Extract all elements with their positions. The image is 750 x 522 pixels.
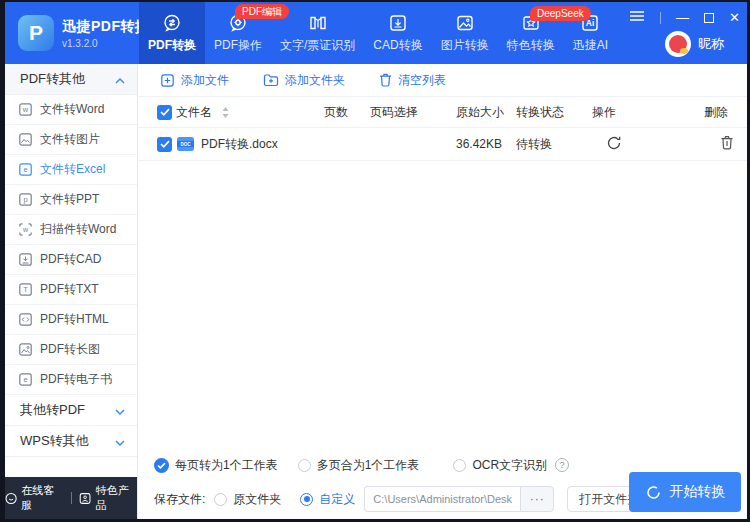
featured-products-link[interactable]: 特色产品 (79, 483, 137, 513)
html-doc-icon (18, 312, 33, 327)
tab-label: CAD转换 (373, 37, 422, 54)
sidebar: PDF转其他 w 文件转Word 文件转图片 e 文件转Excel p 文件转P… (5, 64, 138, 519)
ppt-doc-icon: p (18, 192, 33, 207)
main-panel: 添加文件 添加文件夹 清空列表 文件名 页数 (138, 64, 747, 519)
tab-label: 特色转换 (507, 37, 555, 54)
sidebar-item-pdf-to-txt[interactable]: T PDF转TXT (5, 275, 137, 305)
avatar[interactable] (665, 31, 691, 57)
radio-icon (214, 493, 227, 506)
radio-icon (298, 459, 311, 472)
radio-icon (453, 459, 466, 472)
app-window: P 迅捷PDF转换器 v1.3.2.0 PDF转换 PDF操作 文字/票证识别 … (5, 2, 747, 519)
svg-text:w: w (22, 105, 29, 114)
col-convert-status: 转换状态 (516, 104, 592, 121)
pdf-convert-icon (162, 13, 182, 33)
row-checkbox[interactable] (157, 137, 172, 152)
scan-word-icon: w (18, 222, 33, 237)
tab-label: PDF转换 (148, 37, 196, 54)
col-original-size: 原始大小 (456, 104, 516, 121)
col-filename: 文件名 (176, 104, 212, 121)
sidebar-item-file-to-ppt[interactable]: p 文件转PPT (5, 185, 137, 215)
sidebar-item-pdf-to-ebook[interactable]: e PDF转电子书 (5, 365, 137, 395)
image-convert-icon (455, 13, 475, 33)
cad-doc-icon (18, 252, 33, 267)
maximize-button[interactable] (704, 13, 714, 23)
sidebar-footer: 在线客服 特色产品 (5, 477, 137, 519)
delete-row-icon[interactable] (720, 135, 734, 150)
chevron-up-icon (115, 72, 125, 87)
file-list-empty-area (138, 161, 747, 451)
tab-label: 文字/票证识别 (280, 37, 355, 54)
sidebar-item-file-to-excel[interactable]: e 文件转Excel (5, 155, 137, 185)
add-file-button[interactable]: 添加文件 (160, 72, 229, 89)
online-service-link[interactable]: 在线客服 (5, 483, 63, 513)
add-folder-button[interactable]: 添加文件夹 (263, 72, 345, 89)
window-controls: — ✕ (629, 10, 740, 25)
top-bar: P 迅捷PDF转换器 v1.3.2.0 PDF转换 PDF操作 文字/票证识别 … (5, 2, 747, 64)
user-area[interactable]: 昵称 (665, 31, 724, 57)
deepseek-badge: DeepSeek (530, 6, 591, 21)
tab-label: PDF操作 (214, 37, 262, 54)
controls-divider (660, 12, 661, 24)
option-original-folder[interactable]: 原文件夹 (214, 491, 281, 508)
select-all-checkbox[interactable] (157, 105, 172, 120)
svg-text:w: w (22, 226, 29, 233)
tab-label: 图片转换 (441, 37, 489, 54)
logo-icon: P (18, 15, 54, 51)
svg-text:e: e (23, 375, 27, 384)
doc-file-icon: DOC (176, 136, 195, 152)
sidebar-item-file-to-word[interactable]: w 文件转Word (5, 95, 137, 125)
browse-button[interactable]: ··· (520, 486, 554, 512)
minimize-button[interactable]: — (676, 11, 689, 25)
col-pages: 页数 (324, 104, 370, 121)
sidebar-group-other-to-pdf[interactable]: 其他转PDF (5, 395, 137, 426)
sidebar-group-wps-to-other[interactable]: WPS转其他 (5, 426, 137, 457)
word-doc-icon: w (18, 102, 33, 117)
close-button[interactable]: ✕ (729, 11, 740, 25)
clear-list-button[interactable]: 清空列表 (379, 72, 446, 89)
svg-text:e: e (23, 165, 27, 174)
file-status: 待转换 (516, 136, 592, 153)
radio-checked-icon (154, 458, 169, 473)
convert-spinner-icon (645, 484, 662, 501)
save-label: 保存文件: (154, 491, 205, 508)
sidebar-item-scan-to-word[interactable]: w 扫描件转Word (5, 215, 137, 245)
menu-icon[interactable] (629, 10, 645, 25)
svg-text:DOC: DOC (180, 142, 191, 147)
ebook-doc-icon: e (18, 372, 33, 387)
sidebar-item-pdf-to-html[interactable]: PDF转HTML (5, 305, 137, 335)
add-file-icon (160, 73, 175, 88)
tab-label: 迅捷AI (573, 37, 608, 54)
convert-refresh-icon[interactable] (606, 135, 622, 151)
sidebar-item-pdf-to-cad[interactable]: PDF转CAD (5, 245, 137, 275)
option-merge-sheet[interactable]: 多页合为1个工作表 (298, 457, 420, 474)
sidebar-group-pdf-to-other[interactable]: PDF转其他 (5, 64, 137, 95)
image-doc-icon (18, 132, 33, 147)
excel-doc-icon: e (18, 162, 33, 177)
tab-cad-convert[interactable]: CAD转换 (364, 2, 431, 64)
start-convert-button[interactable]: 开始转换 (629, 472, 741, 512)
option-custom-folder[interactable]: 自定义 (300, 491, 355, 508)
ocr-help-icon[interactable]: ? (555, 458, 569, 472)
products-icon (79, 492, 91, 505)
chevron-down-icon (115, 434, 125, 449)
sidebar-item-pdf-to-long-image[interactable]: PDF转长图 (5, 335, 137, 365)
option-ocr[interactable]: OCR文字识别 (453, 457, 547, 474)
pdf-edit-badge: PDF编辑 (235, 4, 289, 19)
clear-list-icon (379, 73, 392, 87)
svg-text:p: p (23, 195, 27, 204)
sidebar-item-file-to-image[interactable]: 文件转图片 (5, 125, 137, 155)
long-image-icon (18, 342, 33, 357)
ocr-scan-icon (308, 13, 328, 33)
radio-checked-icon (300, 493, 313, 506)
col-page-select: 页码选择 (370, 104, 456, 121)
option-per-page-sheet[interactable]: 每页转为1个工作表 (154, 457, 278, 474)
tab-image-convert[interactable]: 图片转换 (432, 2, 498, 64)
sort-icon[interactable] (222, 107, 229, 118)
app-logo: P 迅捷PDF转换器 v1.3.2.0 (5, 2, 139, 64)
tab-pdf-convert[interactable]: PDF转换 (139, 2, 205, 64)
table-header: 文件名 页数 页码选择 原始大小 转换状态 操作 删除 (138, 97, 747, 128)
svg-text:T: T (23, 285, 28, 294)
chevron-down-icon (115, 403, 125, 418)
save-path-input[interactable] (364, 486, 520, 512)
